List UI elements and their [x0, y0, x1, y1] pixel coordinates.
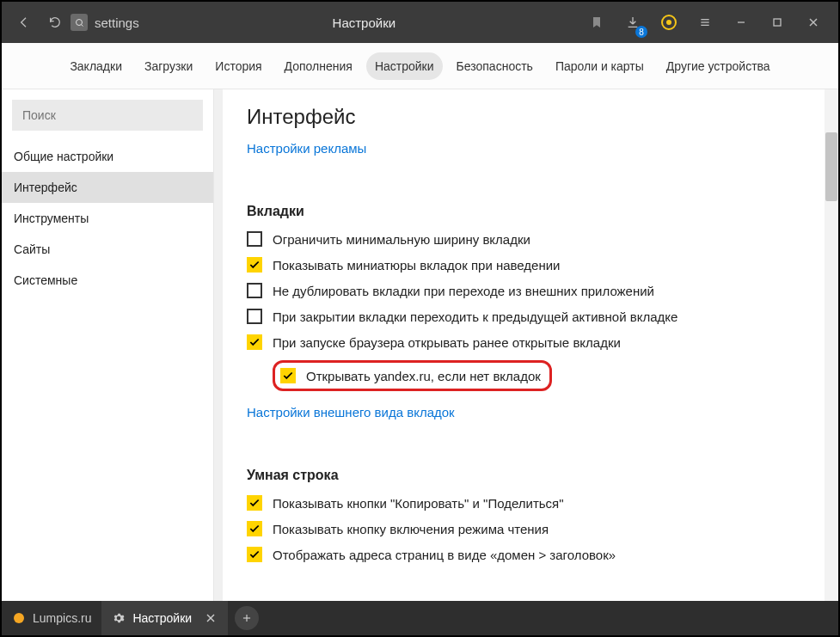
topnav-item[interactable]: Загрузки	[136, 52, 201, 80]
checkbox[interactable]	[247, 547, 262, 562]
gear-icon	[112, 611, 126, 625]
tab-label: Lumpics.ru	[33, 611, 91, 625]
checkbox-row[interactable]: Показывать кнопку включения режима чтени…	[247, 521, 814, 536]
new-tab-button[interactable]	[235, 606, 259, 630]
checkbox-row[interactable]: Открывать yandex.ru, если нет вкладок	[273, 360, 814, 391]
profile-icon[interactable]	[651, 2, 687, 43]
browser-tab[interactable]: Lumpics.ru	[2, 601, 101, 635]
checkbox-row[interactable]: Показывать кнопки "Копировать" и "Подели…	[247, 495, 814, 511]
main-panel: Интерфейс Настройки рекламы Вкладки Огра…	[223, 89, 838, 601]
settings-topnav: ЗакладкиЗагрузкиИсторияДополненияНастрой…	[2, 43, 838, 89]
site-icon	[71, 14, 88, 31]
checkbox-label: Отображать адреса страниц в виде «домен …	[273, 548, 616, 562]
sidebar-item[interactable]: Общие настройки	[2, 141, 213, 172]
reload-button[interactable]	[40, 2, 71, 43]
checkbox-label: Показывать кнопки "Копировать" и "Подели…	[273, 496, 564, 511]
sidebar-item[interactable]: Системные	[2, 265, 213, 296]
checkbox[interactable]	[247, 283, 262, 298]
checkbox-label: Ограничить минимальную ширину вкладки	[273, 232, 530, 247]
scrollbar-thumb[interactable]	[825, 132, 837, 201]
highlighted-option: Открывать yandex.ru, если нет вкладок	[273, 360, 552, 391]
content-body: Общие настройкиИнтерфейсИнструментыСайты…	[2, 89, 838, 601]
checkbox-label: При закрытии вкладки переходить к предыд…	[273, 309, 678, 324]
scrollbar[interactable]	[825, 89, 838, 601]
checkbox-label: Не дублировать вкладки при переходе из в…	[273, 284, 654, 298]
back-button[interactable]	[9, 2, 40, 43]
checkbox[interactable]	[247, 257, 262, 273]
checkbox-label: Показывать кнопку включения режима чтени…	[273, 522, 549, 536]
checkbox[interactable]	[247, 334, 262, 350]
address-text[interactable]: settings	[95, 15, 139, 30]
ad-settings-link[interactable]: Настройки рекламы	[247, 141, 366, 156]
svg-point-0	[77, 20, 83, 26]
checkbox[interactable]	[247, 309, 262, 324]
sidebar: Общие настройкиИнтерфейсИнструментыСайты…	[2, 89, 214, 601]
minimize-button[interactable]	[723, 2, 759, 43]
section-heading: Интерфейс	[247, 105, 814, 129]
downloads-icon[interactable]: 8	[615, 2, 651, 43]
checkbox[interactable]	[280, 368, 296, 383]
checkbox[interactable]	[247, 495, 262, 511]
sidebar-item[interactable]: Сайты	[2, 234, 213, 265]
checkbox[interactable]	[247, 231, 262, 247]
svg-line-1	[82, 25, 83, 27]
sidebar-item[interactable]: Интерфейс	[2, 172, 213, 203]
browser-window: settings Настройки 8	[2, 2, 838, 635]
topnav-item[interactable]: Закладки	[61, 52, 131, 80]
maximize-button[interactable]	[759, 2, 795, 43]
checkbox-row[interactable]: Показывать миниатюры вкладок при наведен…	[247, 257, 814, 273]
topnav-item[interactable]: История	[206, 52, 270, 80]
tab-label: Настройки	[132, 611, 192, 625]
checkbox-label: Показывать миниатюры вкладок при наведен…	[273, 258, 561, 273]
titlebar: settings Настройки 8	[2, 2, 838, 43]
downloads-count: 8	[635, 26, 647, 38]
menu-icon[interactable]	[687, 2, 723, 43]
checkbox-row[interactable]: Отображать адреса страниц в виде «домен …	[247, 547, 814, 562]
checkbox-row[interactable]: При запуске браузера открывать ранее отк…	[247, 334, 814, 350]
page-title: Настройки	[150, 15, 579, 30]
close-button[interactable]	[795, 2, 831, 43]
checkbox-label: При запуске браузера открывать ранее отк…	[273, 335, 621, 350]
topnav-item[interactable]: Другие устройства	[658, 52, 779, 80]
site-favicon	[12, 611, 26, 625]
checkbox[interactable]	[247, 521, 262, 536]
tabstrip: Lumpics.ruНастройки	[2, 601, 838, 635]
topnav-item[interactable]: Безопасность	[448, 52, 542, 80]
sidebar-item[interactable]: Инструменты	[2, 203, 213, 234]
checkbox-row[interactable]: При закрытии вкладки переходить к предыд…	[247, 309, 814, 324]
search-input[interactable]	[12, 100, 203, 131]
svg-rect-6	[774, 19, 781, 26]
smartline-section-title: Умная строка	[247, 468, 814, 483]
close-icon[interactable]	[204, 611, 218, 625]
topnav-item[interactable]: Настройки	[366, 52, 443, 80]
tabs-appearance-link[interactable]: Настройки внешнего вида вкладок	[247, 405, 455, 420]
bookmark-icon[interactable]	[579, 2, 615, 43]
tabs-section-title: Вкладки	[247, 204, 814, 219]
topnav-item[interactable]: Пароли и карты	[547, 52, 653, 80]
browser-tab[interactable]: Настройки	[101, 601, 228, 635]
checkbox-row[interactable]: Не дублировать вкладки при переходе из в…	[247, 283, 814, 298]
topnav-item[interactable]: Дополнения	[276, 52, 361, 80]
checkbox-label: Открывать yandex.ru, если нет вкладок	[306, 369, 541, 383]
checkbox-row[interactable]: Ограничить минимальную ширину вкладки	[247, 231, 814, 247]
